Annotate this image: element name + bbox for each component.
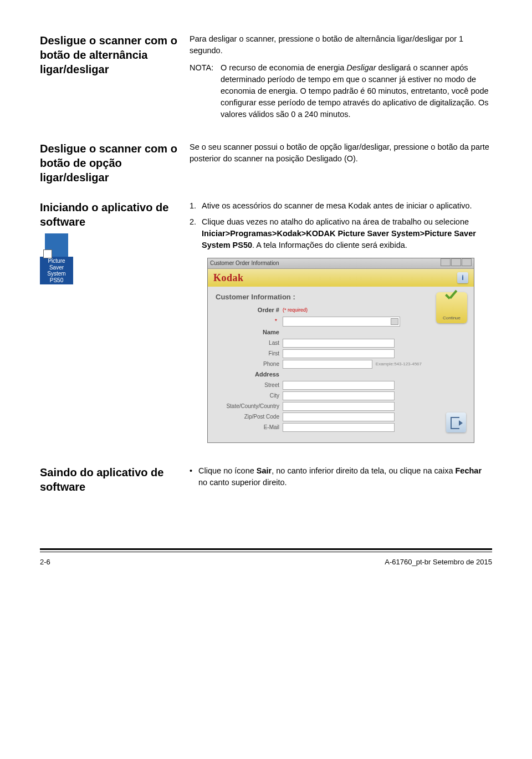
note-label: NOTA: bbox=[190, 62, 221, 74]
s2-p1: Se o seu scanner possui o botão de opção… bbox=[190, 141, 492, 165]
email-input[interactable] bbox=[283, 423, 395, 432]
info-icon[interactable]: i bbox=[457, 272, 468, 283]
label-street: Street bbox=[216, 381, 283, 390]
window-controls[interactable] bbox=[440, 258, 472, 269]
s3-l1: Ative os acessórios do scanner de mesa K… bbox=[202, 200, 492, 212]
required-star: * bbox=[275, 318, 279, 324]
heading-s2: Desligue o scanner com o botão de opção … bbox=[40, 141, 178, 185]
page-number: 2-6 bbox=[40, 558, 50, 566]
label-order: Order # bbox=[216, 306, 283, 315]
label-email: E-Mail bbox=[216, 424, 283, 432]
bullet-dot: • bbox=[190, 465, 198, 488]
s4-mid: , no canto inferior direito da tela, ou … bbox=[272, 466, 455, 475]
zip-input[interactable] bbox=[283, 412, 395, 421]
desktop-shortcut-icon: Picture Saver System PS50 bbox=[40, 233, 73, 284]
dialog-window: Customer Order Information Kodak i Custo… bbox=[207, 258, 474, 443]
brand-logo: Kodak bbox=[213, 271, 244, 285]
s4-prefix: Clique no ícone bbox=[198, 466, 257, 475]
label-name: Name bbox=[216, 328, 283, 337]
s1-p1: Para desligar o scanner, pressione o bot… bbox=[190, 33, 492, 57]
label-region: State/County/Country bbox=[216, 403, 283, 411]
label-last: Last bbox=[216, 339, 283, 348]
s4-b2: Fechar bbox=[456, 466, 482, 475]
continue-label: Continue bbox=[436, 315, 467, 322]
last-input[interactable] bbox=[283, 339, 395, 348]
doc-id: A-61760_pt-br Setembro de 2015 bbox=[385, 558, 492, 566]
desktop-shortcut-label: Picture Saver System PS50 bbox=[40, 257, 73, 284]
list-num-1: 1. bbox=[190, 200, 202, 212]
continue-button[interactable]: Continue bbox=[436, 292, 467, 323]
min-icon[interactable] bbox=[441, 258, 451, 266]
max-icon[interactable] bbox=[451, 258, 461, 266]
label-zip: Zip/Post Code bbox=[216, 413, 283, 421]
phone-input[interactable] bbox=[283, 360, 372, 369]
label-first: First bbox=[216, 350, 283, 358]
required-text: (* required) bbox=[283, 307, 308, 314]
phone-example: Example:543-123-4567 bbox=[372, 361, 422, 368]
s3-l2: Clique duas vezes no atalho do aplicativ… bbox=[202, 216, 492, 251]
street-input[interactable] bbox=[283, 381, 395, 390]
close-icon[interactable] bbox=[462, 258, 472, 266]
s4-bullet: Clique no ícone Sair, no canto inferior … bbox=[198, 465, 492, 488]
note-italic: Desligar bbox=[346, 63, 376, 72]
s4-suffix: no canto superior direito. bbox=[198, 478, 287, 487]
form-section-title: Customer Information : bbox=[216, 292, 422, 303]
region-input[interactable] bbox=[283, 402, 395, 411]
label-phone: Phone bbox=[216, 360, 283, 369]
heading-s3: Iniciando o aplicativo de software bbox=[40, 200, 178, 229]
label-address: Address bbox=[216, 370, 283, 379]
first-input[interactable] bbox=[283, 349, 395, 358]
label-city: City bbox=[216, 392, 283, 400]
exit-button[interactable] bbox=[446, 412, 466, 432]
heading-s1: Desligue o scanner com o botão de altern… bbox=[40, 33, 178, 77]
heading-s4: Saindo do aplicativo de software bbox=[40, 465, 178, 494]
order-select[interactable] bbox=[283, 317, 400, 327]
dialog-title: Customer Order Information bbox=[210, 259, 279, 268]
footer-rule bbox=[40, 548, 492, 552]
check-icon bbox=[444, 292, 459, 302]
note-prefix: O recurso de economia de energia bbox=[221, 63, 346, 72]
s4-b1: Sair bbox=[257, 466, 272, 475]
list-num-2: 2. bbox=[190, 216, 202, 251]
city-input[interactable] bbox=[283, 391, 395, 400]
s3-l2-suffix: . A tela Informações do cliente será exi… bbox=[252, 241, 407, 249]
s3-l2-prefix: Clique duas vezes no atalho do aplicativ… bbox=[202, 217, 469, 226]
note-body: O recurso de economia de energia Desliga… bbox=[221, 62, 492, 120]
